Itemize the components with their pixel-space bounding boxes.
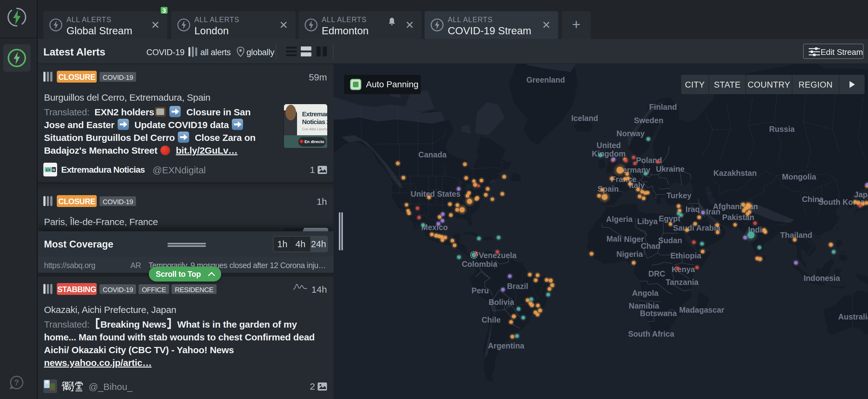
svg-text:Kazakhstan: Kazakhstan — [714, 169, 757, 177]
svg-text:Norway: Norway — [617, 129, 645, 138]
svg-text:Canada: Canada — [418, 150, 447, 159]
svg-text:United: United — [596, 141, 621, 149]
svg-text:DRC: DRC — [648, 269, 665, 278]
svg-text:Ukraine: Ukraine — [656, 165, 685, 173]
svg-text:Botswana: Botswana — [640, 309, 677, 318]
svg-text:Australia: Australia — [838, 312, 868, 321]
svg-text:Peru: Peru — [471, 286, 489, 295]
svg-text:Mali: Mali — [607, 234, 622, 243]
svg-text:Turkey: Turkey — [666, 191, 691, 200]
svg-text:Russia: Russia — [769, 125, 795, 133]
svg-text:Argentina: Argentina — [488, 341, 525, 350]
svg-text:Indonesia: Indonesia — [804, 274, 841, 282]
svg-text:Kingdom: Kingdom — [592, 149, 626, 158]
svg-text:United States: United States — [411, 190, 461, 198]
svg-text:Colombia: Colombia — [462, 260, 498, 268]
svg-text:Sudan: Sudan — [658, 236, 682, 245]
svg-text:?: ? — [14, 378, 19, 387]
svg-text:Angola: Angola — [632, 289, 659, 297]
svg-text:Nigeria: Nigeria — [617, 250, 643, 258]
svg-text:Chad: Chad — [641, 241, 660, 250]
svg-text:Brazil: Brazil — [507, 282, 528, 291]
svg-text:Iraq: Iraq — [685, 205, 700, 213]
svg-text:South Africa: South Africa — [628, 330, 675, 338]
svg-text:Chile: Chile — [482, 315, 500, 324]
svg-text:Iceland: Iceland — [571, 114, 598, 123]
svg-text:Algeria: Algeria — [606, 215, 633, 224]
svg-text:Finland: Finland — [649, 103, 677, 111]
svg-text:Bolivia: Bolivia — [489, 298, 515, 306]
svg-text:Ethiopia: Ethiopia — [671, 251, 702, 260]
svg-text:Sweden: Sweden — [634, 116, 663, 125]
svg-text:Japa: Japa — [854, 190, 868, 199]
svg-text:Tanzania: Tanzania — [665, 278, 699, 287]
svg-text:Greenland: Greenland — [526, 75, 565, 84]
svg-text:Madagascar: Madagascar — [679, 305, 724, 314]
svg-text:Libya: Libya — [637, 217, 658, 226]
svg-text:Mongolia: Mongolia — [782, 172, 816, 181]
